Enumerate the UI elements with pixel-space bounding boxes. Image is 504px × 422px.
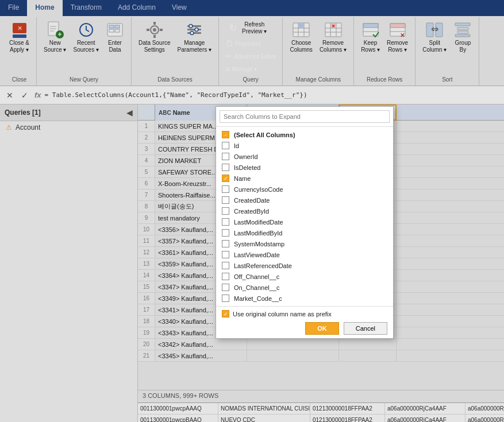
modal-prefix-row: Use original column name as prefix — [222, 310, 387, 318]
modal-item-label: LastModifiedDate — [234, 219, 283, 226]
modal-list-item[interactable]: On_Channel__c — [216, 282, 393, 293]
modal-item-label: Name — [234, 175, 251, 182]
modal-item-label: On_Channel__c — [234, 284, 280, 291]
modal-item-label: (Select All Columns) — [234, 131, 295, 138]
modal-item-checkbox[interactable]: - — [222, 131, 229, 138]
modal-list-item[interactable]: LastReferencedDate — [216, 260, 393, 271]
modal-item-checkbox[interactable] — [222, 175, 229, 182]
modal-list-item[interactable]: LastModifiedById — [216, 227, 393, 238]
modal-list-item[interactable]: CreatedById — [216, 206, 393, 216]
modal-list-item[interactable]: CreatedDate — [216, 195, 393, 206]
modal-item-checkbox[interactable] — [222, 142, 229, 149]
expand-columns-modal: - (Select All Columns) Id OwnerId IsDele… — [216, 106, 394, 339]
modal-list-item[interactable]: - (Select All Columns) — [216, 129, 393, 140]
modal-prefix-checkbox[interactable] — [222, 310, 229, 318]
modal-item-label: LastModifiedById — [234, 230, 282, 237]
modal-item-label: Off_Channel__c — [234, 273, 279, 280]
modal-item-label: CreatedById — [234, 208, 269, 215]
modal-item-checkbox[interactable] — [222, 207, 229, 215]
modal-ok-button[interactable]: OK — [305, 322, 339, 335]
modal-list-item[interactable]: Market_Code__c — [216, 293, 393, 304]
modal-item-checkbox[interactable] — [222, 153, 229, 160]
modal-item-checkbox[interactable] — [222, 251, 229, 258]
modal-item-checkbox[interactable] — [222, 295, 229, 302]
modal-item-checkbox[interactable] — [222, 273, 229, 280]
modal-list-item[interactable]: SystemModstamp — [216, 238, 393, 249]
modal-item-label: LastViewedDate — [234, 251, 280, 258]
modal-search-input[interactable] — [220, 110, 390, 123]
modal-list-item[interactable]: LastViewedDate — [216, 249, 393, 260]
modal-item-checkbox[interactable] — [222, 185, 229, 193]
modal-list-item[interactable]: Name — [216, 173, 393, 184]
modal-item-label: LastReferencedDate — [234, 262, 292, 269]
modal-overlay: - (Select All Columns) Id OwnerId IsDele… — [0, 0, 504, 422]
modal-list-item[interactable]: Id — [216, 140, 393, 151]
modal-buttons: OK Cancel — [222, 322, 387, 335]
modal-item-checkbox[interactable] — [222, 229, 229, 237]
modal-list-item[interactable]: OwnerId — [216, 151, 393, 162]
modal-item-label: CurrencyIsoCode — [234, 186, 283, 193]
modal-list-item[interactable]: IsDeleted — [216, 162, 393, 173]
modal-item-label: IsDeleted — [234, 164, 260, 171]
modal-item-checkbox[interactable] — [222, 218, 229, 226]
modal-item-checkbox[interactable] — [222, 196, 229, 204]
modal-item-label: Id — [234, 142, 239, 149]
modal-item-checkbox[interactable] — [222, 164, 229, 171]
modal-list-item[interactable]: CurrencyIsoCode — [216, 184, 393, 195]
modal-prefix-label: Use original column name as prefix — [233, 311, 332, 318]
modal-cancel-button[interactable]: Cancel — [344, 322, 387, 335]
modal-item-label: Market_Code__c — [234, 295, 282, 302]
modal-item-label: OwnerId — [234, 153, 258, 160]
modal-list-item[interactable]: LastModifiedDate — [216, 216, 393, 227]
modal-search[interactable] — [216, 107, 393, 127]
modal-list: - (Select All Columns) Id OwnerId IsDele… — [216, 127, 393, 306]
modal-item-checkbox[interactable] — [222, 262, 229, 269]
modal-list-item[interactable]: Off_Channel__c — [216, 271, 393, 282]
modal-item-checkbox[interactable] — [222, 284, 229, 291]
modal-footer: Use original column name as prefix OK Ca… — [216, 306, 393, 338]
modal-item-label: SystemModstamp — [234, 241, 284, 247]
modal-item-label: CreatedDate — [234, 197, 270, 204]
modal-item-checkbox[interactable] — [222, 240, 229, 247]
